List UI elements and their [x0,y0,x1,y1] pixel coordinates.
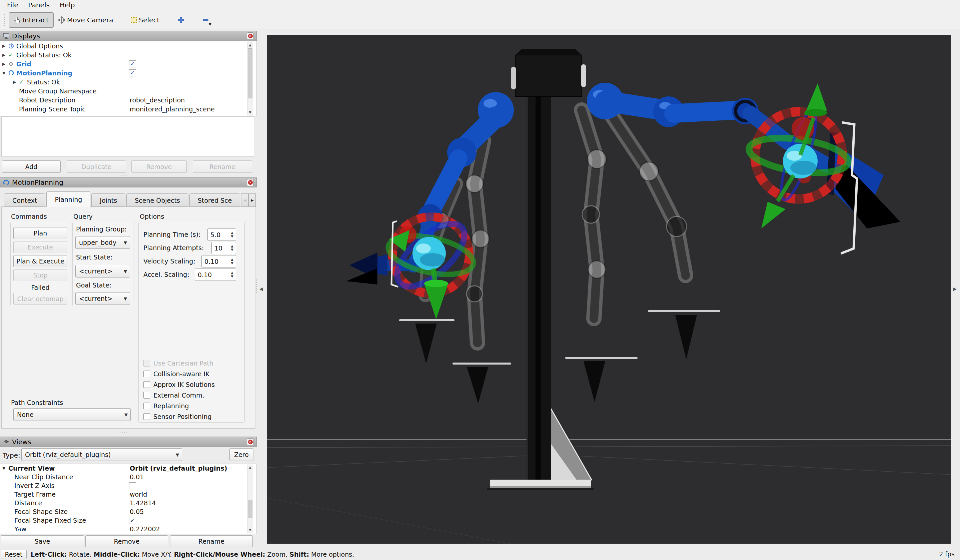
tree-row-value[interactable]: monitored_planning_scene [130,106,215,113]
tree-row-near-clip[interactable]: Near Clip Distance 0.01 [0,473,256,481]
expander-icon[interactable]: ▼ [2,466,8,470]
tab-stored-scenes[interactable]: Stored Sce [189,194,240,207]
scroll-down-icon[interactable]: ▼ [247,527,253,533]
tree-row-value[interactable]: 0.272002 [130,525,160,533]
tree-row-value[interactable]: robot_description [130,96,185,104]
stop-button[interactable]: Stop [13,269,67,281]
expander-icon[interactable]: ▼ [2,71,8,75]
planning-time-spinbox[interactable]: 5.0 ▲▼ [207,229,236,241]
views-scrollbar[interactable]: ▲ ▼ [247,465,253,533]
accel-scaling-spinbox[interactable]: 0.10 ▲▼ [195,269,236,281]
tab-scroll-left-button[interactable]: ◀ [241,194,248,207]
views-close-button[interactable]: ✕ [247,438,254,445]
goal-state-select[interactable]: <current> ▼ [75,292,130,305]
tree-row-status-ok[interactable]: ▶ ✓ Status: Ok [0,77,256,86]
scrollbar-thumb[interactable] [248,500,253,518]
collapse-left-panel-arrow[interactable]: ◀ [259,286,263,291]
tree-row-value[interactable]: 0.05 [130,508,144,515]
tab-scroll-right-button[interactable]: ▶ [248,194,256,207]
tree-row-move-group-namespace[interactable]: Move Group Namespace [0,86,256,95]
checkbox-icon[interactable] [143,413,150,420]
duplicate-display-button[interactable]: Duplicate [67,160,126,173]
external-comm-option[interactable]: External Comm. [143,392,205,399]
grid-enabled-checkbox[interactable]: ✓ [129,60,136,67]
tree-row-motionplanning[interactable]: ▼ MotionPlanning ✓ [0,68,256,77]
approx-ik-solutions-option[interactable]: Approx IK Solutions [143,381,215,388]
rename-display-button[interactable]: Rename [193,160,252,173]
checkbox-icon[interactable] [143,392,150,398]
focal-shape-fixed-checkbox[interactable]: ✓ [129,517,136,524]
checkbox-icon[interactable] [143,360,150,366]
select-tool-button[interactable]: Select [126,12,164,28]
plan-and-execute-button[interactable]: Plan & Execute [13,255,67,267]
velocity-scaling-spinbox[interactable]: 0.10 ▲▼ [202,255,236,267]
expander-icon[interactable]: ▶ [2,62,8,66]
tree-row-global-status[interactable]: ▶ ✓ Global Status: Ok [0,50,256,59]
displays-close-button[interactable]: ✕ [247,32,254,39]
focus-camera-tool-button[interactable] [173,13,189,27]
tab-planning[interactable]: Planning [46,192,90,207]
tree-row-global-options[interactable]: ▶ Global Options [0,42,256,50]
collapse-right-panel-arrow[interactable]: ▶ [953,286,957,291]
invert-z-checkbox[interactable] [129,482,136,489]
menu-help[interactable]: Help [55,1,80,10]
views-panel-titlebar[interactable]: Views ✕ [0,437,257,447]
displays-panel-titlebar[interactable]: Displays ✕ [0,31,257,41]
motionplanning-close-button[interactable]: ✕ [247,179,254,186]
tree-row-grid[interactable]: ▶ Grid ✓ [0,59,256,68]
execute-button[interactable]: Execute [13,241,67,253]
save-view-button[interactable]: Save [1,535,84,547]
start-state-select[interactable]: <current> ▼ [75,265,130,277]
rename-view-button[interactable]: Rename [170,535,253,547]
motionplanning-enabled-checkbox[interactable]: ✓ [129,69,136,76]
tree-row-planning-scene-topic[interactable]: Planning Scene Topic monitored_planning_… [0,104,256,114]
tree-row-value[interactable]: world [130,491,147,498]
sensor-positioning-option[interactable]: Sensor Positioning [143,413,212,420]
reset-button[interactable]: Reset [1,550,27,559]
add-display-button[interactable]: Add [2,160,61,173]
spin-down-icon[interactable]: ▼ [231,235,234,238]
collision-aware-ik-option[interactable]: Collision-aware IK [143,370,210,378]
tree-row-yaw[interactable]: Yaw 0.272002 [0,525,256,533]
tree-row-value[interactable]: 1.42814 [130,499,156,507]
path-constraints-select[interactable]: None ▼ [13,408,131,421]
scrollbar-thumb[interactable] [248,48,253,98]
use-cartesian-path-option[interactable]: Use Cartesian Path [143,360,213,367]
clear-octomap-button[interactable]: Clear octomap [13,293,67,305]
remove-display-button[interactable]: Remove [131,160,187,173]
viewport-3d[interactable] [267,35,950,544]
tree-row-distance[interactable]: Distance 1.42814 [0,499,256,507]
scroll-down-icon[interactable]: ▼ [247,110,253,115]
interact-tool-button[interactable]: Interact [9,12,54,28]
expander-icon[interactable]: ▶ [2,53,8,58]
checkbox-icon[interactable] [143,381,150,388]
toolbar-drag-handle[interactable] [4,14,5,26]
measure-tool-button[interactable]: ▼ [198,13,218,27]
tree-row-target-frame[interactable]: Target Frame world [0,490,256,499]
expander-icon[interactable]: ▶ [13,80,19,85]
tree-row-focal-shape-fixed[interactable]: Focal Shape Fixed Size ✓ [0,516,256,525]
tree-row-robot-description[interactable]: Robot Description robot_description [0,95,256,104]
remove-view-button[interactable]: Remove [85,535,168,547]
menu-file[interactable]: File [2,1,23,10]
tab-scene-objects[interactable]: Scene Objects [126,194,189,207]
spin-down-icon[interactable]: ▼ [231,275,234,278]
expander-icon[interactable]: ▶ [2,44,8,48]
checkbox-icon[interactable] [143,371,150,377]
spin-up-icon[interactable]: ▲ [231,231,234,234]
panel-splitter-handle[interactable]: ····· [118,173,127,178]
checkbox-icon[interactable] [143,403,150,409]
planning-group-select[interactable]: upper_body ▼ [75,236,130,249]
tree-row-value[interactable]: 0.01 [130,473,144,481]
motionplanning-panel-titlebar[interactable]: MotionPlanning ✕ [0,178,257,187]
panel-splitter-handle[interactable]: ····· [118,430,127,435]
scroll-up-icon[interactable]: ▲ [247,42,253,48]
tree-row-current-view[interactable]: ▼ Current View Orbit (rviz_default_plugi… [0,464,256,473]
spin-down-icon[interactable]: ▼ [231,261,234,265]
menu-panels[interactable]: Panels [23,1,54,10]
tab-context[interactable]: Context [4,194,45,207]
replanning-option[interactable]: Replanning [143,402,189,410]
planning-attempts-spinbox[interactable]: 10 ▲▼ [211,242,236,254]
left-splitter-dots[interactable] [256,280,257,293]
spin-up-icon[interactable]: ▲ [231,245,234,248]
